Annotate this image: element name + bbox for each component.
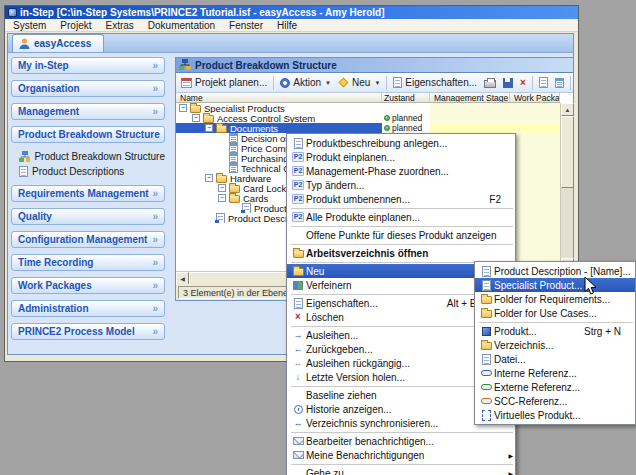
sidebar-item-management[interactable]: Management» bbox=[11, 103, 165, 120]
document-icon bbox=[482, 266, 491, 277]
sidebar-item-work-packages[interactable]: Work Packages» bbox=[11, 277, 165, 294]
tree-expander-icon[interactable]: − bbox=[218, 194, 226, 202]
p2-icon: P2 bbox=[292, 212, 305, 222]
document-icon bbox=[229, 153, 238, 163]
gear-icon bbox=[280, 78, 290, 88]
dropdown-arrow-icon: ▼ bbox=[374, 80, 380, 86]
sidebar-item-product-breakdown-structure[interactable]: Product Breakdown Structure» bbox=[11, 126, 165, 143]
document-icon bbox=[229, 143, 238, 153]
sidebar-item-requirements-management[interactable]: Requirements Management» bbox=[11, 185, 165, 202]
submenu-item-virtuelles-produkt[interactable]: Virtuelles Produkt... bbox=[475, 408, 635, 422]
context-menu-item-management-phase-zuordnen[interactable]: P2Management-Phase zuordnen... bbox=[287, 164, 515, 178]
submenu-item-scc-referenz[interactable]: SCC-Referenz... bbox=[475, 394, 635, 408]
sidebar-item-quality[interactable]: Quality» bbox=[11, 208, 165, 225]
tree-row[interactable]: −Access Control System planned bbox=[176, 113, 560, 123]
management-stage-cell bbox=[430, 123, 510, 133]
work-package-cell bbox=[510, 133, 560, 143]
checkin-icon: ← bbox=[294, 344, 303, 354]
vertical-scrollbar[interactable]: ▲ ▼ bbox=[560, 103, 573, 271]
toolbar-separator bbox=[273, 76, 274, 90]
submenu-item-product-description-name[interactable]: Product Description - [Name]... bbox=[475, 264, 635, 278]
submenu-item-folder-for-requirements[interactable]: Folder for Requirements... bbox=[475, 292, 635, 306]
menu-item-fenster[interactable]: Fenster bbox=[222, 19, 270, 32]
vertical-scroll-thumb[interactable] bbox=[561, 116, 574, 188]
product-cube-icon bbox=[482, 327, 491, 336]
notifications-icon bbox=[293, 451, 304, 459]
sidebar-subitem-product-breakdown-structure[interactable]: Product Breakdown Structure bbox=[19, 150, 165, 163]
submenu-item-specialist-product[interactable]: Specialist Product... bbox=[475, 278, 635, 292]
submenu-item-externe-referenz[interactable]: Externe Referenz... bbox=[475, 380, 635, 394]
virtual-product-icon bbox=[482, 410, 491, 421]
context-menu-item-offene-punkte[interactable]: Offene Punkte für dieses Produkt anzeige… bbox=[287, 228, 515, 242]
submenu-item-datei[interactable]: Datei... bbox=[475, 352, 635, 366]
sidebar-subitem-product-descriptions[interactable]: Product Descriptions bbox=[19, 165, 165, 178]
menu-item-dokumentation[interactable]: Dokumentation bbox=[141, 19, 222, 32]
folder-icon bbox=[203, 115, 214, 123]
panel-title: Product Breakdown Structure bbox=[195, 60, 337, 71]
context-menu-item-produkt-umbenennen[interactable]: P2Produkt umbenennen...F2 bbox=[287, 192, 515, 206]
sidebar-item-administration[interactable]: Administration» bbox=[11, 300, 165, 317]
sidebar-item-my-in-step[interactable]: My in-Step» bbox=[11, 57, 165, 74]
work-package-cell bbox=[510, 113, 560, 123]
p2-icon: P2 bbox=[292, 166, 305, 176]
new-dropdown-button[interactable]: Neu ▼ bbox=[335, 76, 383, 89]
tree-expander-icon[interactable]: − bbox=[192, 114, 200, 122]
delete-x-icon: × bbox=[295, 312, 301, 322]
sidebar-item-time-recording[interactable]: Time Recording» bbox=[11, 254, 165, 271]
tree-expander-icon[interactable]: − bbox=[205, 124, 213, 132]
context-menu-item-typ-aendern[interactable]: P2Typ ändern... bbox=[287, 178, 515, 192]
delete-button[interactable]: × bbox=[517, 77, 529, 89]
sidebar-item-configuration-management[interactable]: Configuration Management» bbox=[11, 231, 165, 248]
submenu-item-folder-for-use-cases[interactable]: Folder for Use Cases... bbox=[475, 306, 635, 320]
tree-expander-icon[interactable]: − bbox=[179, 104, 187, 112]
sidebar-item-organisation[interactable]: Organisation» bbox=[11, 80, 165, 97]
open-folder-icon bbox=[293, 250, 304, 258]
properties-button[interactable]: Eigenschaften... bbox=[390, 76, 480, 89]
print-button[interactable] bbox=[481, 76, 499, 89]
tree-expander-icon[interactable]: − bbox=[218, 184, 226, 192]
product-description-icon bbox=[242, 203, 251, 213]
column-header-work-package[interactable]: Work Package bbox=[510, 93, 560, 102]
sidebar-item-prince2-process-model[interactable]: PRINCE2 Process Model» bbox=[11, 323, 165, 340]
tree-row[interactable]: −Specialist Products bbox=[176, 103, 560, 113]
export-button[interactable] bbox=[536, 76, 551, 89]
action-dropdown-button[interactable]: Aktion ▼ bbox=[277, 76, 334, 89]
save-button[interactable] bbox=[500, 77, 516, 89]
tree-expander-icon[interactable]: − bbox=[205, 174, 213, 182]
context-menu-item-bearbeiter-benachrichtigen[interactable]: Bearbeiter benachrichtigen... bbox=[287, 434, 515, 448]
scroll-up-button[interactable]: ▲ bbox=[561, 103, 574, 116]
chevron-double-icon: » bbox=[153, 188, 159, 199]
tabstrip: easyAccess bbox=[8, 34, 573, 53]
desktop: { "window": { "title": "in-Step [C:\\in-… bbox=[0, 0, 636, 475]
menu-item-extras[interactable]: Extras bbox=[98, 19, 140, 32]
panel-toolbar: Projekt planen... Aktion ▼ Neu ▼ Eigensc… bbox=[176, 73, 573, 93]
context-menu-item-gehe-zu[interactable]: Gehe zu▶ bbox=[287, 466, 515, 475]
submenu-item-interne-referenz[interactable]: Interne Referenz... bbox=[475, 366, 635, 380]
grid-header: Name Zustand Management Stage Work Packa… bbox=[176, 93, 560, 103]
context-menu-item-produkt-einplanen[interactable]: P2Produkt einplanen... bbox=[287, 150, 515, 164]
context-menu-item-alle-produkte-einplanen[interactable]: P2Alle Produkte einplanen... bbox=[287, 210, 515, 224]
new-folder-icon bbox=[293, 268, 304, 276]
new-submenu: Product Description - [Name]... Speciali… bbox=[474, 261, 636, 425]
file-icon bbox=[482, 354, 491, 365]
column-header-name[interactable]: Name bbox=[176, 93, 382, 102]
folder-icon bbox=[481, 342, 492, 350]
submenu-item-produkt[interactable]: Produkt...Strg + N bbox=[475, 324, 635, 338]
toolbar-separator bbox=[532, 76, 533, 90]
submenu-item-verzeichnis[interactable]: Verzeichnis... bbox=[475, 338, 635, 352]
project-plan-button[interactable]: Projekt planen... bbox=[178, 76, 270, 89]
menu-item-system[interactable]: System bbox=[6, 19, 53, 32]
column-header-management-stage[interactable]: Management Stage bbox=[430, 93, 510, 102]
context-menu-item-meine-benachrichtigungen[interactable]: Meine Benachrichtigungen▶ bbox=[287, 448, 515, 462]
tab-easyaccess[interactable]: easyAccess bbox=[12, 34, 104, 52]
titlebar[interactable]: in-Step [C:\in-Step Systems\PRINCE2 Tuto… bbox=[5, 6, 578, 19]
context-menu-item-produktbeschreibung-anlegen[interactable]: Produktbeschreibung anlegen... bbox=[287, 136, 515, 150]
context-menu-item-arbeitsverzeichnis-oeffnen[interactable]: Arbeitsverzeichnis öffnen bbox=[287, 246, 515, 260]
menu-item-hilfe[interactable]: Hilfe bbox=[270, 19, 304, 32]
undo-checkout-icon: ↔ bbox=[294, 358, 303, 368]
new-document-icon bbox=[294, 138, 303, 149]
tree-row-selected[interactable]: −Documents planned bbox=[176, 123, 560, 133]
column-header-zustand[interactable]: Zustand bbox=[382, 93, 430, 102]
import-button[interactable] bbox=[552, 77, 567, 89]
menu-item-projekt[interactable]: Projekt bbox=[53, 19, 98, 32]
